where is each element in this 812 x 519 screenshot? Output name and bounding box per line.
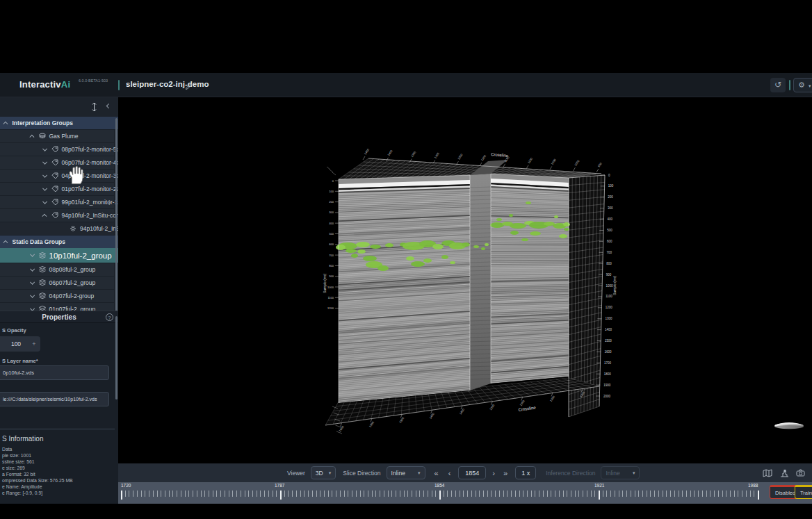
- timeline-tick[interactable]: [320, 491, 320, 497]
- tree-item-10p10ful-2-group[interactable]: 10p10ful-2_group: [0, 248, 118, 263]
- timeline-tick[interactable]: [225, 491, 225, 497]
- timeline-tick[interactable]: [432, 491, 432, 497]
- timeline-tick[interactable]: [559, 491, 560, 497]
- file-path-input[interactable]: le:///C:/data/sleipner/seismic/10p10ful-…: [0, 392, 109, 406]
- timeline-tick[interactable]: [726, 491, 726, 497]
- timeline-tick[interactable]: [201, 491, 202, 497]
- timeline-tick[interactable]: [324, 491, 325, 497]
- timeline-tick[interactable]: [619, 491, 619, 497]
- timeline-tick[interactable]: [352, 491, 352, 497]
- opacity-plus-button[interactable]: +: [28, 340, 40, 347]
- timeline-tick[interactable]: [328, 491, 329, 497]
- timeline-tick[interactable]: [145, 491, 145, 497]
- map-icon[interactable]: [763, 469, 772, 477]
- slice-direction-select[interactable]: Inline▾: [387, 466, 425, 479]
- properties-scrollbar[interactable]: [115, 316, 117, 399]
- timeline-tick[interactable]: [153, 491, 154, 497]
- timeline-tick[interactable]: [638, 491, 639, 497]
- timeline-tick[interactable]: [264, 491, 265, 497]
- caret-up-icon[interactable]: [30, 135, 34, 139]
- timeline-tick[interactable]: [519, 491, 520, 497]
- timeline-tick[interactable]: [718, 491, 719, 497]
- timeline-tick[interactable]: [141, 491, 142, 497]
- timeline-tick[interactable]: [268, 491, 269, 497]
- speed-button[interactable]: 1 x: [515, 466, 536, 479]
- timeline-tick[interactable]: [483, 491, 484, 497]
- timeline-tick[interactable]: [476, 491, 476, 497]
- timeline-tick[interactable]: [527, 491, 528, 497]
- timeline-tick[interactable]: [316, 491, 317, 497]
- caret-down-icon[interactable]: [30, 267, 34, 271]
- tree-item-06p07ful-2-group[interactable]: 06p07ful-2_group: [0, 277, 114, 290]
- timeline-tick[interactable]: [332, 491, 332, 497]
- tree-item-static-data-groups[interactable]: Static Data Groups: [0, 236, 118, 249]
- timeline-tick[interactable]: [412, 491, 412, 497]
- timeline-tick[interactable]: [591, 491, 592, 497]
- timeline-tick[interactable]: [308, 491, 309, 497]
- timeline-tick[interactable]: [670, 491, 671, 497]
- timeline-tick[interactable]: [423, 491, 424, 497]
- timeline-tick[interactable]: [679, 491, 679, 497]
- timeline-tick[interactable]: [447, 491, 448, 497]
- timeline-tick[interactable]: [479, 491, 480, 497]
- timeline-tick[interactable]: [658, 491, 659, 497]
- timeline-tick[interactable]: [419, 491, 420, 497]
- timeline-tick[interactable]: [300, 491, 301, 497]
- timeline-tick[interactable]: [388, 491, 389, 497]
- timeline-tick[interactable]: [642, 491, 643, 497]
- tree-item-99p01ful-2-monitor-1[interactable]: 99p01ful-2_monitor-12⋮: [0, 196, 114, 209]
- timeline-tick[interactable]: [754, 491, 754, 497]
- timeline-tick[interactable]: [460, 491, 460, 497]
- timeline-tick[interactable]: [463, 491, 464, 497]
- timeline-tick[interactable]: [185, 491, 186, 497]
- timeline-tick[interactable]: [248, 491, 249, 497]
- timeline-tick[interactable]: [193, 491, 193, 497]
- timeline-tick[interactable]: [197, 491, 197, 497]
- timeline-tick[interactable]: [229, 491, 229, 497]
- timeline-tick[interactable]: [209, 491, 209, 497]
- timeline-tick[interactable]: [578, 491, 579, 497]
- timeline-tick[interactable]: [292, 491, 293, 497]
- timeline-tick[interactable]: [682, 491, 683, 497]
- timeline-tick[interactable]: [149, 491, 149, 497]
- tree-item-08p07ful-2-monitor-5[interactable]: 08p07ful-2-monitor-52: [0, 143, 114, 156]
- timeline-tick[interactable]: [375, 491, 376, 497]
- caret-up-icon[interactable]: [3, 122, 8, 126]
- timeline-tick[interactable]: [738, 491, 738, 497]
- timeline-tick[interactable]: [416, 491, 416, 497]
- timeline-tick[interactable]: [750, 491, 751, 497]
- timeline-tick[interactable]: [694, 491, 695, 497]
- timeline-tick[interactable]: [606, 491, 607, 497]
- timeline-tick[interactable]: [471, 491, 472, 497]
- timeline-tick[interactable]: [539, 491, 539, 497]
- timeline-tick[interactable]: [400, 491, 400, 497]
- timeline-tick[interactable]: [714, 491, 715, 497]
- timeline-tick[interactable]: [356, 491, 357, 497]
- timeline-tick[interactable]: [435, 491, 436, 497]
- timeline-tick[interactable]: [547, 491, 548, 497]
- camera-icon[interactable]: [796, 469, 805, 477]
- opacity-value[interactable]: 100: [4, 340, 28, 347]
- timeline-tick[interactable]: [133, 491, 133, 497]
- timeline-tick[interactable]: [507, 491, 508, 497]
- timeline-tick[interactable]: [555, 491, 555, 497]
- tree-item-interpretation-groups[interactable]: Interpretation Groups: [0, 117, 118, 130]
- timeline-tick[interactable]: [340, 491, 341, 497]
- timeline-tick[interactable]: [706, 491, 707, 497]
- timeline-tick[interactable]: [368, 491, 368, 497]
- timeline-tick[interactable]: [157, 491, 158, 497]
- timeline-tick[interactable]: [543, 491, 544, 497]
- timeline-tick[interactable]: [567, 491, 567, 497]
- timeline-tick[interactable]: [491, 491, 492, 497]
- timeline-tick[interactable]: [177, 491, 177, 497]
- inline-timeline[interactable]: 17201787185419211988DisabledTraining: [118, 482, 812, 504]
- tree-item-08p08ful-2-group[interactable]: 08p08ful-2_group: [0, 263, 114, 277]
- tree-item-04p07ful-2-monitor-3[interactable]: 04p07ful-2-monitor-32: [0, 170, 114, 183]
- timeline-tick[interactable]: [391, 491, 392, 497]
- kebab-menu-icon[interactable]: ⋮: [106, 199, 112, 206]
- tree-item-94p10ful-2-insitu-cons-[interactable]: 94p10ful-2_InSitu-cons...2: [0, 209, 114, 222]
- seismic-3d-view[interactable]: 0100200300400500600700800900100011001200…: [118, 97, 812, 463]
- caret-down-icon[interactable]: [30, 280, 34, 284]
- tree-item-gas-plume[interactable]: Gas Plume: [0, 130, 114, 143]
- timeline-tick[interactable]: [615, 491, 615, 497]
